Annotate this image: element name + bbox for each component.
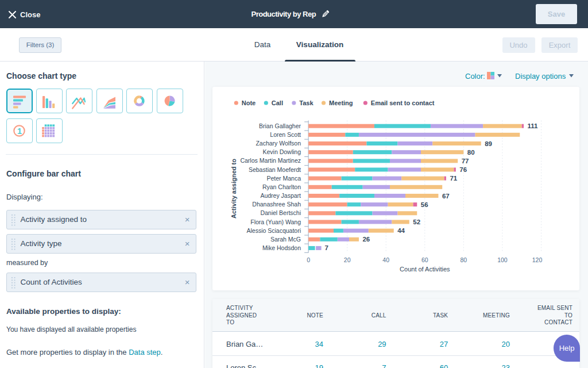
svg-text:Sarah McG: Sarah McG xyxy=(270,236,301,243)
svg-text:111: 111 xyxy=(528,122,539,129)
svg-text:Mike Hodsdon: Mike Hodsdon xyxy=(262,244,301,251)
svg-text:67: 67 xyxy=(442,193,450,200)
svg-text:Sebastian Moeferdt: Sebastian Moeferdt xyxy=(249,166,301,173)
svg-text:44: 44 xyxy=(397,227,405,234)
svg-text:80: 80 xyxy=(460,256,467,263)
svg-text:76: 76 xyxy=(459,166,467,173)
svg-text:89: 89 xyxy=(485,140,492,147)
svg-text:Peter Manca: Peter Manca xyxy=(266,175,301,182)
svg-text:Call: Call xyxy=(272,99,283,106)
svg-text:Alessio Sciacquatori: Alessio Sciacquatori xyxy=(246,227,301,234)
svg-text:1: 1 xyxy=(17,126,21,136)
svg-text:Carlos Martin Martinez: Carlos Martin Martinez xyxy=(240,157,301,164)
svg-text:Flora (Yuan) Wang: Flora (Yuan) Wang xyxy=(250,218,301,225)
svg-text:52: 52 xyxy=(413,218,420,225)
svg-text:Dhanashree Shah: Dhanashree Shah xyxy=(252,201,301,208)
svg-text:26: 26 xyxy=(362,236,370,243)
svg-text:Task: Task xyxy=(299,99,314,106)
svg-text:77: 77 xyxy=(462,158,469,164)
svg-text:0: 0 xyxy=(307,256,310,263)
svg-text:100: 100 xyxy=(497,256,508,263)
svg-text:Kevin Dowling: Kevin Dowling xyxy=(262,148,301,155)
svg-text:Meeting: Meeting xyxy=(329,99,353,106)
svg-text:40: 40 xyxy=(382,256,389,263)
svg-text:80: 80 xyxy=(467,149,475,156)
svg-text:Count of Activities: Count of Activities xyxy=(400,266,450,273)
svg-text:Activity assigned to: Activity assigned to xyxy=(230,159,237,218)
svg-text:Loren Scott: Loren Scott xyxy=(270,131,301,138)
svg-text:Ryan Charlton: Ryan Charlton xyxy=(262,183,301,190)
svg-text:56: 56 xyxy=(421,201,428,208)
svg-text:7: 7 xyxy=(325,244,328,251)
svg-text:Brian Gallagher: Brian Gallagher xyxy=(259,122,301,129)
svg-text:71: 71 xyxy=(450,175,457,182)
svg-text:60: 60 xyxy=(421,256,428,263)
svg-text:Email sent to contact: Email sent to contact xyxy=(371,99,435,106)
svg-text:20: 20 xyxy=(344,256,351,263)
svg-text:Audrey Jaspart: Audrey Jaspart xyxy=(260,192,301,199)
svg-text:120: 120 xyxy=(532,256,543,263)
svg-text:Zachary Wolfson: Zachary Wolfson xyxy=(256,140,301,147)
svg-text:Daniel Bertschi: Daniel Bertschi xyxy=(260,209,301,216)
svg-text:Note: Note xyxy=(242,99,256,106)
